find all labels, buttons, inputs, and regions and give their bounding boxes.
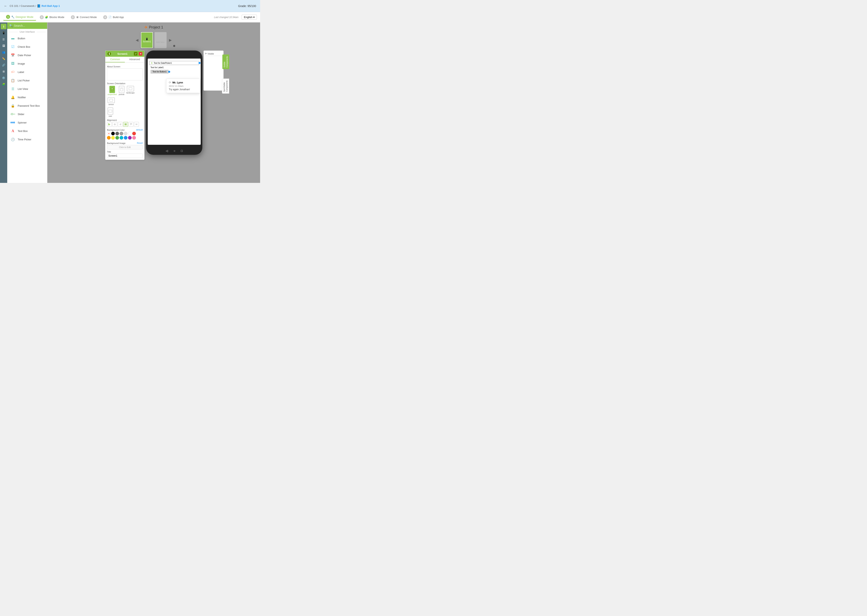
mode-blocks[interactable]: 2 🧩 Blocks Mode bbox=[37, 14, 67, 20]
visible-components-tab[interactable]: VisibleComponents bbox=[222, 55, 229, 69]
component-image[interactable]: 🖼 Image bbox=[7, 59, 47, 68]
color-black[interactable] bbox=[111, 132, 115, 135]
label-widget[interactable]: Text for Label1 bbox=[148, 66, 200, 69]
bg-image-button[interactable]: Click to Edit bbox=[107, 145, 143, 149]
color-blue[interactable] bbox=[124, 136, 128, 140]
reset-link[interactable]: Reset bbox=[137, 142, 143, 144]
color-yellow[interactable] bbox=[111, 136, 115, 140]
color-white[interactable] bbox=[128, 132, 132, 135]
left-icon-info[interactable]: ℹ bbox=[1, 24, 6, 29]
component-textbox[interactable]: A Text Box bbox=[7, 127, 47, 135]
color-teal[interactable] bbox=[120, 136, 123, 140]
button-widget[interactable]: Text for Button1 bbox=[151, 70, 169, 74]
coursework-link[interactable]: Coursework bbox=[20, 5, 35, 8]
phone-screen[interactable]: 🗓 Text for DatePicker1 Text for Label1 bbox=[148, 58, 201, 145]
component-timepicker[interactable]: 🕐 Time Picker bbox=[7, 135, 47, 144]
align-left[interactable] bbox=[107, 122, 112, 127]
color-lightgray[interactable] bbox=[124, 132, 128, 135]
mode-connect[interactable]: 3 🖥 Connect Mode bbox=[68, 14, 100, 20]
orient-portrait[interactable]: portrait bbox=[118, 85, 125, 96]
passwordtextbox-icon: 🔒 bbox=[10, 103, 16, 108]
screen1-thumb[interactable]: 📱 Screen1 bbox=[141, 32, 153, 48]
tab-common[interactable]: Common bbox=[106, 57, 125, 62]
align-justify[interactable] bbox=[123, 122, 128, 127]
default-link[interactable]: default bbox=[136, 129, 143, 131]
title-icon: ✈ bbox=[144, 25, 148, 30]
color-gray[interactable] bbox=[120, 132, 123, 135]
left-icon-image[interactable]: 🖼 bbox=[1, 43, 6, 49]
top-nav: ← CS 101 / Coursework / 📘 Roll Ball App … bbox=[0, 0, 260, 12]
language-selector[interactable]: English ▾ bbox=[242, 15, 257, 20]
nonvisible-components-tab[interactable]: NonVisibleComponents bbox=[222, 79, 229, 94]
visible-refresh-icon[interactable]: ⟳ bbox=[205, 52, 207, 55]
align-middle[interactable] bbox=[134, 122, 139, 127]
component-label[interactable]: 🏷 Label bbox=[7, 68, 47, 76]
component-spinner[interactable]: ▾ Spinner bbox=[7, 118, 47, 127]
color-none[interactable]: ✕ bbox=[107, 132, 110, 135]
phone-recent-btn[interactable]: □ bbox=[181, 149, 183, 152]
svg-rect-19 bbox=[114, 125, 116, 125]
visible-components-panel: ⟳ Visible bbox=[203, 50, 224, 91]
screen-prev-button[interactable]: ◀ bbox=[135, 37, 139, 43]
mode-designer[interactable]: 1 🔧 Designer Mode bbox=[3, 14, 36, 20]
color-darkgray[interactable] bbox=[115, 132, 119, 135]
step-2: 2 bbox=[40, 15, 44, 19]
image-label: Image bbox=[18, 62, 25, 65]
component-listpicker[interactable]: 📋 List Picker bbox=[7, 76, 47, 85]
orient-landscape[interactable]: landscape bbox=[126, 85, 135, 96]
color-pink[interactable] bbox=[132, 136, 136, 140]
phone-wrapper: 🗓 Text for DatePicker1 Text for Label1 bbox=[146, 50, 202, 155]
left-icon-puzzle[interactable]: 🧩 bbox=[1, 82, 6, 87]
left-icon-edit[interactable]: ✏️ bbox=[1, 56, 6, 61]
add-screen-button[interactable]: + Add New: bbox=[154, 32, 167, 48]
svg-rect-22 bbox=[120, 125, 121, 125]
datepicker-icon: 📅 bbox=[10, 52, 16, 58]
left-icon-list[interactable]: ☰ bbox=[1, 36, 6, 42]
align-top[interactable] bbox=[129, 122, 134, 127]
cs101-link[interactable]: CS 101 bbox=[9, 5, 18, 8]
orient-sensor[interactable]: sensor bbox=[107, 97, 115, 106]
search-input[interactable] bbox=[14, 24, 47, 27]
align-center[interactable] bbox=[112, 122, 117, 127]
align-right[interactable] bbox=[118, 122, 123, 127]
back-button[interactable]: ← bbox=[4, 4, 7, 8]
alignment-label: Alignment bbox=[107, 119, 143, 121]
phone-home-btn[interactable]: ○ bbox=[173, 149, 175, 152]
svg-rect-32 bbox=[137, 124, 137, 125]
phone-back-btn[interactable]: ◁ bbox=[166, 149, 168, 152]
left-icon-grid[interactable]: ⊞ bbox=[1, 69, 6, 74]
color-green[interactable] bbox=[115, 136, 119, 140]
left-icon-gear[interactable]: ⚙️ bbox=[1, 75, 6, 81]
props-check-icon[interactable]: ✓ bbox=[134, 52, 137, 55]
left-icon-phone[interactable]: 📱 bbox=[1, 30, 6, 36]
screen-next-button[interactable]: ▶ bbox=[168, 37, 173, 43]
component-listview[interactable]: ☰ List View bbox=[7, 85, 47, 93]
left-icon-link[interactable]: 🔗 bbox=[1, 62, 6, 68]
orient-user[interactable]: user bbox=[107, 107, 114, 118]
grade-display: Grade: 95/100 bbox=[238, 5, 256, 8]
props-close-icon[interactable]: ✕ bbox=[139, 52, 142, 55]
title-input[interactable] bbox=[107, 154, 143, 158]
checkbox-label: Check Box bbox=[18, 45, 30, 48]
orient-user-icon bbox=[107, 107, 113, 115]
component-passwordtextbox[interactable]: 🔒 Password Text Box bbox=[7, 101, 47, 110]
datepicker-widget[interactable]: 🗓 Text for DatePicker1 bbox=[149, 61, 199, 65]
project-name[interactable]: Roll Ball App 1 bbox=[41, 5, 60, 8]
color-orange[interactable] bbox=[107, 136, 110, 140]
component-button[interactable]: ▬ Button bbox=[7, 34, 47, 42]
mode-build[interactable]: 4 📄 Build App bbox=[100, 14, 127, 20]
color-red[interactable] bbox=[132, 132, 136, 135]
button-widget-text: Text for Button1 bbox=[153, 71, 167, 73]
tab-advanced[interactable]: Advanced bbox=[125, 57, 144, 62]
about-screen-input[interactable] bbox=[107, 68, 143, 80]
color-purple[interactable] bbox=[128, 136, 132, 140]
component-slider[interactable]: Slider bbox=[7, 110, 47, 118]
component-notifier[interactable]: 🔔 Notifier bbox=[7, 93, 47, 101]
component-datepicker[interactable]: 📅 Date Picker bbox=[7, 51, 47, 59]
left-icon-users[interactable]: 👥 bbox=[1, 49, 6, 55]
component-checkbox[interactable]: ☑ Check Box bbox=[7, 42, 47, 51]
color-row-2 bbox=[107, 136, 143, 140]
timepicker-label: Time Picker bbox=[18, 138, 31, 141]
orient-unspecified[interactable]: unspecified bbox=[107, 85, 117, 96]
svg-rect-24 bbox=[125, 124, 127, 124]
